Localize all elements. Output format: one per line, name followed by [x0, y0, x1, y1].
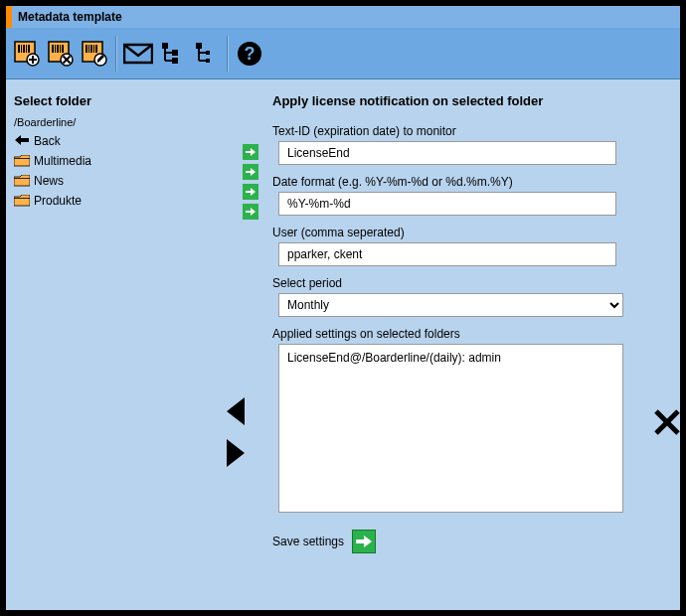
period-select[interactable]: Monthly: [278, 293, 623, 317]
sidebar: Select folder /Boarderline/ Back Multime…: [6, 79, 258, 610]
svg-rect-32: [172, 58, 178, 64]
svg-rect-1: [18, 45, 20, 53]
applied-label: Applied settings on selected folders: [272, 327, 666, 341]
svg-marker-46: [14, 195, 30, 206]
barcode-edit-button[interactable]: [78, 37, 111, 71]
svg-rect-38: [206, 59, 210, 63]
svg-rect-4: [26, 45, 27, 53]
svg-marker-48: [246, 148, 256, 156]
applied-settings-textarea[interactable]: [278, 344, 623, 513]
apply-folder-news[interactable]: [243, 164, 258, 180]
tree-expand-button[interactable]: [155, 37, 189, 71]
svg-rect-14: [62, 45, 64, 53]
back-label: Back: [34, 134, 61, 148]
svg-rect-5: [28, 45, 30, 53]
apply-folder-extra[interactable]: [243, 204, 258, 220]
date-format-label: Date format (e.g. %Y-%m-%d or %d.%m.%Y): [272, 175, 666, 189]
folder-icon: [14, 175, 30, 188]
svg-marker-49: [246, 168, 256, 176]
svg-rect-11: [55, 45, 56, 53]
svg-marker-54: [356, 536, 372, 547]
svg-rect-23: [95, 45, 97, 53]
nav-next-button[interactable]: [227, 439, 245, 467]
svg-rect-2: [21, 45, 22, 53]
apply-folder-multimedia[interactable]: [243, 144, 258, 160]
svg-marker-50: [246, 188, 256, 196]
svg-rect-22: [93, 45, 94, 53]
svg-rect-19: [86, 45, 87, 53]
main-heading: Apply license notification on selected f…: [272, 93, 666, 108]
tree-collapse-button[interactable]: [189, 37, 223, 71]
svg-rect-12: [57, 45, 59, 53]
nav-prev-button[interactable]: [227, 397, 245, 425]
folder-label: News: [34, 174, 64, 188]
main-panel: Apply license notification on selected f…: [258, 79, 680, 610]
barcode-add-button[interactable]: [10, 37, 44, 71]
apply-folder-produkte[interactable]: [243, 184, 258, 200]
barcode-delete-button[interactable]: [44, 37, 78, 71]
folder-item[interactable]: Produkte: [14, 192, 251, 210]
svg-rect-13: [60, 45, 61, 53]
svg-marker-51: [246, 208, 256, 216]
folder-label: Multimedia: [34, 154, 91, 168]
text-id-label: Text-ID (expiration date) to monitor: [272, 124, 666, 138]
svg-rect-3: [23, 45, 25, 53]
sidebar-heading: Select folder: [14, 93, 251, 108]
folder-path: /Boarderline/: [14, 116, 251, 128]
folder-item[interactable]: Multimedia: [14, 152, 251, 170]
period-label: Select period: [272, 276, 666, 290]
svg-rect-33: [196, 43, 202, 49]
text-id-input[interactable]: [278, 141, 616, 165]
toolbar: ?: [6, 28, 680, 79]
save-button[interactable]: [352, 530, 376, 553]
folder-item[interactable]: News: [14, 172, 251, 190]
back-arrow-icon: [14, 134, 30, 148]
svg-rect-20: [88, 45, 89, 53]
svg-rect-36: [206, 51, 210, 55]
user-label: User (comma seperated): [272, 226, 666, 239]
svg-text:?: ?: [245, 44, 256, 64]
save-label: Save settings: [272, 535, 344, 548]
date-format-input[interactable]: [278, 192, 616, 216]
svg-rect-27: [162, 43, 168, 49]
folder-icon: [14, 195, 30, 208]
folder-icon: [14, 155, 30, 168]
svg-marker-41: [15, 135, 29, 145]
svg-marker-44: [14, 175, 30, 186]
help-button[interactable]: ?: [233, 37, 266, 71]
svg-marker-42: [14, 155, 30, 166]
window-titlebar: Metadata template: [6, 6, 680, 28]
svg-rect-30: [172, 50, 178, 56]
svg-rect-21: [90, 45, 92, 53]
user-input[interactable]: [278, 242, 616, 266]
folder-label: Produkte: [34, 194, 82, 208]
back-row[interactable]: Back: [14, 132, 251, 150]
svg-rect-10: [52, 45, 54, 53]
mail-button[interactable]: [121, 37, 155, 71]
window-title: Metadata template: [18, 10, 122, 24]
